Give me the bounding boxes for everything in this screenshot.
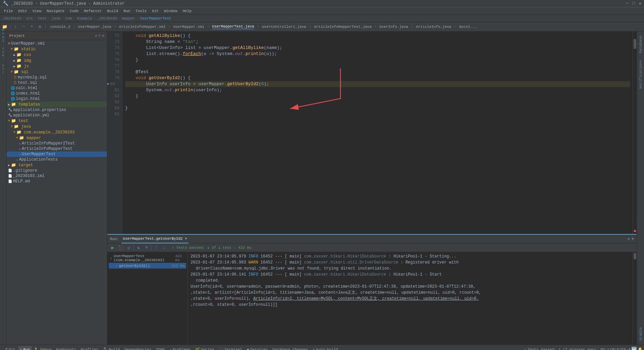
status-position: 85:1 [600,348,609,350]
todo-bar-item[interactable]: TODO [154,346,167,350]
build-bar-item[interactable]: 🔨 Build [101,346,122,350]
structure-icon[interactable]: Str [1,66,6,72]
sep1: › [22,16,25,20]
run-export-btn[interactable]: ↑ [153,244,160,251]
tree-item[interactable]: 📄 .gitignore [7,168,107,173]
tree-item[interactable]: ▶ 📁 js [7,63,107,69]
auto-build-bar-item[interactable]: ⚡ Auto-build [311,346,340,350]
maximize-btn[interactable]: □ [633,1,635,6]
profiler-bar-item[interactable]: Profiler [79,346,101,350]
tree-item[interactable]: ▼ 📁 sql [7,69,107,75]
breadcrumb-project[interactable]: _20230103 [1,16,21,20]
services-bar-item[interactable]: ◉ Services [245,346,270,350]
panel-icon-2[interactable]: ≡ [99,34,101,38]
run-bar-item[interactable]: ▶ Run [18,346,32,350]
db-changes-bar-item[interactable]: Database Changes [270,346,310,350]
breadcrumb-test[interactable]: test [38,16,46,20]
menu-item-view[interactable]: View [30,7,44,14]
tree-item[interactable]: ☕ ArticleInfoMapperTest [7,146,107,152]
panel-icon-3[interactable]: ⚙ [102,34,104,38]
menu-item-file[interactable]: File [1,7,15,14]
tree-item[interactable]: ▼ 📁 java [7,124,107,129]
tree-item[interactable]: ▶ 📁 target [7,162,107,168]
minimize-panel-icon[interactable]: ▼ [632,237,634,241]
menu-item-run[interactable]: Run [121,7,133,14]
minimize-btn[interactable]: ─ [626,1,628,6]
run-test-name[interactable]: UserMapperTest.getUserById2 × [121,235,188,243]
scroll-thumb-bottom[interactable] [634,253,636,259]
expand-btn[interactable]: + [29,23,35,30]
collapse-btn[interactable]: − [20,23,27,30]
tree-item-usermappertest[interactable]: ☕ UserMapperTest [7,152,107,157]
notification-bell[interactable]: 🔔 [638,347,643,350]
tree-item[interactable]: ☕ ArticleInfoMapper2Test [7,141,107,146]
breadcrumb-20230103[interactable]: _20230103 [97,16,117,20]
scroll-thumb[interactable] [634,39,636,49]
breadcrumb-mapper[interactable]: mapper [122,16,136,20]
menu-item-code[interactable]: Code [67,7,81,14]
tree-item[interactable]: ▶ 📁 css [7,52,107,58]
run-play-btn[interactable]: ▶ [109,244,116,251]
breadcrumb-java[interactable]: java [51,16,60,20]
breadcrumb-example[interactable]: example [77,16,92,20]
gradle-tab[interactable]: Gradle [638,325,643,343]
tree-item-templates[interactable]: ▶ 📁 templates [7,102,107,107]
tree-item[interactable]: ▼ 📁 mapper [7,135,107,141]
tree-item[interactable]: 🌐 login.html [7,96,107,102]
tree-item[interactable]: 🌐 calc.html [7,85,107,91]
tree-item[interactable]: ▼ 📁 test [7,118,107,124]
divider2 [151,245,152,250]
debug-icon: 🐛 [35,347,39,350]
terminal-bar-item[interactable]: ⬛ Terminal [217,346,244,350]
tree-item[interactable]: 📄 _20230103.iml [7,173,107,179]
tree-item[interactable]: 🔧 application.yml [7,113,107,118]
run-stop-btn[interactable]: ⬛ [117,244,124,251]
breadcrumb-src[interactable]: src [26,16,33,20]
run-restart-btn[interactable]: ↺ [125,244,132,251]
project-icon[interactable]: Proj [1,33,6,38]
close-btn[interactable]: ✕ [639,1,641,6]
tree-item[interactable]: 📄 HELP.md [7,179,107,184]
endpoints-bar-item[interactable]: Endpoints [54,346,78,350]
debug-bar-item[interactable]: 🐛 Debug [33,346,53,350]
menu-item-tools[interactable]: Tools [133,7,149,14]
settings-btn[interactable]: ⚙ [37,23,43,30]
tree-item[interactable]: 🗒 test.sql [7,80,107,85]
git-bar-item[interactable]: ⎇ Git [1,346,17,350]
spring-bar-item[interactable]: 🌿 Spring [193,346,216,350]
language-icon[interactable]: 🔤 [631,347,637,350]
tree-item[interactable]: ▼ 📁 static [7,46,107,52]
tree-item[interactable]: 🗒 mycnbolg.sql [7,75,107,80]
run-test-method[interactable]: ✓ getUserById2() 422 ms [109,263,186,269]
tree-item[interactable]: 🔧 application.properties [7,107,107,113]
tree-item[interactable]: ▶ 📁 img [7,58,107,63]
breadcrumb-current[interactable]: UserMapperTest [140,16,171,20]
panel-icon-1[interactable]: ⇄ [95,34,97,38]
menu-item-help[interactable]: Help [180,7,194,14]
menu-item-window[interactable]: Window [161,7,180,14]
dependencies-bar-item[interactable]: Dependencies [123,346,153,350]
run-log-output[interactable]: 2023-01-07 23:14:05.979 INFO 16452 --- [… [188,252,633,345]
menu-item-build[interactable]: Build [104,7,121,14]
run-import-btn[interactable]: ↓ [161,244,168,251]
run-sort-btn[interactable]: ⇅ [135,244,142,251]
notifications-tab[interactable]: Notifications [638,57,643,92]
menu-item-navigate[interactable]: Navigate [44,7,67,14]
run-filter-btn[interactable]: ≡ [143,244,150,251]
database-tab[interactable]: Database [638,33,643,56]
menu-item-refactor[interactable]: Refactor [81,7,104,14]
tree-item[interactable]: ☕ ApplicationTests [7,157,107,162]
sync-btn[interactable]: ↕ [12,23,19,30]
code-content[interactable]: void getAllBylike() { String name = "tan… [122,32,633,234]
menu-item-git[interactable]: Git [149,7,161,14]
settings-icon[interactable]: ⚙ [628,237,630,241]
breadcrumb-com[interactable]: com [65,16,72,20]
problems-bar-item[interactable]: ⚠ Problems [167,346,192,350]
tree-item[interactable]: ▼ 📁 com.example._20230103 [7,129,107,135]
code-line-81: System.out.println(userInfo); [125,87,630,93]
commit-icon[interactable]: Com [1,50,6,55]
tree-item[interactable]: ▼ UserMapper.xml [7,41,107,46]
run-test-class[interactable]: ✓ UserMapperTest (com.example._20230103)… [109,253,186,263]
tree-item[interactable]: 🌐 index.html [7,91,107,96]
menu-item-edit[interactable]: Edit [15,7,30,14]
